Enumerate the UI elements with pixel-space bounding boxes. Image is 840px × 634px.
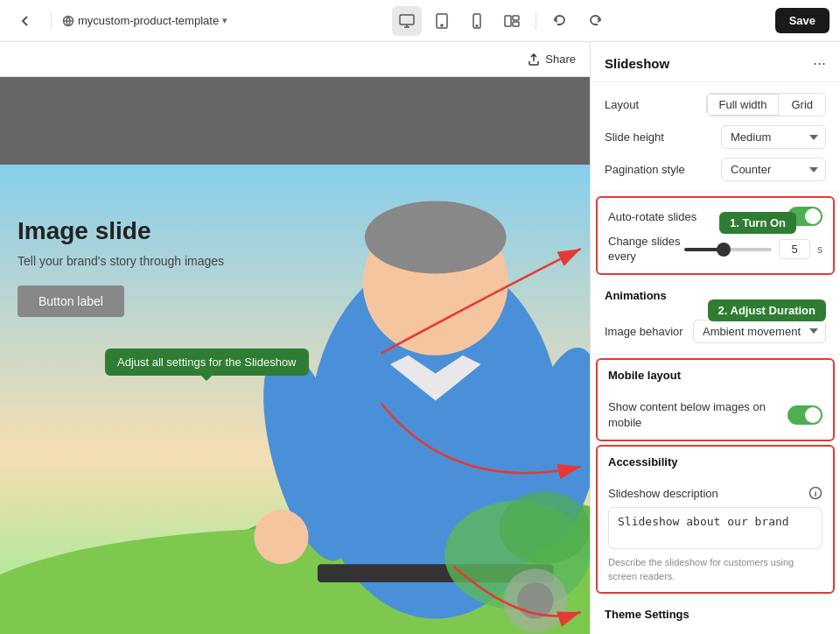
topbar: mycustom-product-template ▾: [0, 0, 840, 42]
panel-header: Slideshow ···: [591, 42, 840, 82]
theme-settings-heading: Theme Settings: [605, 608, 826, 621]
layout-section: Layout Full width Grid Slide height Medi…: [591, 82, 840, 193]
slideshow-desc-input[interactable]: Slideshow about our brand: [608, 507, 822, 549]
layout-buttons: Full width Grid: [706, 93, 826, 116]
full-width-button[interactable]: Full width: [707, 94, 780, 116]
desc-hint: Describe the slideshow for customers usi…: [608, 556, 822, 583]
image-behavior-row: Image behavior Ambient movement Zoom In …: [605, 320, 826, 343]
slide-height-select[interactable]: Medium Small Large Full screen: [721, 125, 826, 149]
theme-settings-section: Theme Settings: [591, 597, 840, 634]
auto-rotate-section: Auto-rotate slides Change slides every 5…: [596, 196, 835, 275]
topbar-right: Save: [775, 8, 830, 33]
slider-value: 5: [779, 239, 810, 259]
svg-point-18: [365, 201, 507, 273]
accessibility-heading-row: Accessibility: [608, 455, 822, 477]
slide-main: Image slide Tell your brand's story thro…: [0, 165, 590, 634]
url-chevron: ▾: [222, 15, 228, 26]
url-text: mycustom-product-template: [78, 14, 219, 27]
grid-button[interactable]: Grid: [779, 94, 825, 116]
slide-height-label: Slide height: [605, 130, 664, 144]
slide-text-content: Image slide Tell your brand's story thro…: [18, 217, 228, 317]
canvas-top-bar: Share: [0, 42, 590, 77]
redo-button[interactable]: [580, 6, 610, 36]
slide-title: Image slide: [18, 217, 228, 245]
panel-title: Slideshow: [605, 56, 669, 71]
topbar-left: mycustom-product-template ▾: [10, 6, 228, 36]
svg-rect-6: [505, 16, 511, 26]
share-label: Share: [545, 53, 576, 66]
more-view-button[interactable]: [497, 6, 527, 36]
mobile-layout-heading: Mobile layout: [608, 369, 681, 382]
change-slides-label: Change slides every: [608, 235, 684, 264]
pagination-style-select[interactable]: Counter Dots None: [721, 158, 826, 181]
svg-point-26: [517, 582, 553, 618]
svg-rect-9: [0, 77, 590, 165]
slide-subtitle: Tell your brand's story through images: [18, 254, 228, 268]
auto-rotate-label: Auto-rotate slides: [608, 210, 696, 223]
slideshow-desc-row: Slideshow description: [608, 486, 822, 500]
undo-button[interactable]: [545, 6, 575, 36]
svg-point-11: [164, 102, 382, 157]
svg-point-3: [441, 25, 443, 26]
url-display: mycustom-product-template ▾: [62, 14, 228, 27]
layout-label: Layout: [605, 98, 639, 111]
panel-more-button[interactable]: ···: [813, 54, 826, 73]
svg-point-24: [499, 491, 590, 564]
slide-height-row: Slide height Medium Small Large Full scr…: [605, 125, 826, 149]
step2-badge: 2. Adjust Duration: [708, 299, 826, 321]
save-button[interactable]: Save: [775, 8, 830, 33]
step2-badge-container: 2. Adjust Duration: [708, 299, 826, 321]
slide-cta-button[interactable]: Button label: [18, 285, 124, 317]
topbar-center: [392, 6, 610, 36]
info-icon: [808, 486, 822, 500]
svg-rect-8: [513, 22, 519, 26]
canvas: Share: [0, 42, 590, 634]
slide-area: Image slide Tell your brand's story thro…: [0, 77, 590, 634]
step1-badge-container: 1. Turn On: [719, 212, 796, 234]
slide-top-image: [0, 77, 590, 165]
main-layout: Share: [0, 42, 840, 634]
divider: [51, 12, 52, 30]
accessibility-section: Accessibility Slideshow description Slid…: [596, 445, 835, 594]
right-panel: Slideshow ··· Layout Full width Grid Sli…: [590, 42, 840, 634]
svg-point-5: [477, 25, 479, 26]
pagination-style-label: Pagination style: [605, 163, 685, 176]
mobile-view-button[interactable]: [462, 6, 492, 36]
pagination-style-row: Pagination style Counter Dots None: [605, 158, 826, 181]
slider-row: 5 s: [684, 239, 822, 259]
svg-rect-1: [400, 15, 414, 25]
desktop-view-button[interactable]: [392, 6, 422, 36]
svg-point-10: [18, 80, 164, 125]
back-button[interactable]: [10, 6, 40, 36]
mobile-layout-section: Mobile layout Show content below images …: [596, 358, 835, 441]
svg-point-12: [372, 77, 536, 112]
animations-heading: Animations: [605, 289, 667, 302]
image-behavior-select[interactable]: Ambient movement Zoom In None: [693, 320, 826, 343]
show-content-row: Show content below images on mobile: [608, 399, 822, 431]
accessibility-heading: Accessibility: [608, 455, 678, 468]
show-content-label: Show content below images on mobile: [608, 399, 766, 431]
svg-rect-7: [513, 16, 519, 20]
slideshow-desc-label: Slideshow description: [608, 487, 718, 500]
divider2: [536, 12, 536, 30]
step1-badge: 1. Turn On: [719, 212, 796, 234]
tooltip-bubble: Adjust all settings for the Slideshow: [105, 349, 309, 376]
svg-point-21: [254, 510, 308, 564]
slider-unit: s: [817, 243, 822, 256]
tablet-view-button[interactable]: [427, 6, 457, 36]
change-slides-slider[interactable]: [684, 248, 772, 251]
layout-field-row: Layout Full width Grid: [605, 93, 826, 116]
mobile-heading-row: Mobile layout: [608, 369, 822, 391]
change-slides-row: Change slides every 5 s: [608, 235, 822, 264]
image-behavior-label: Image behavior: [605, 325, 683, 338]
share-button[interactable]: Share: [528, 53, 576, 66]
show-content-toggle[interactable]: [788, 405, 822, 425]
